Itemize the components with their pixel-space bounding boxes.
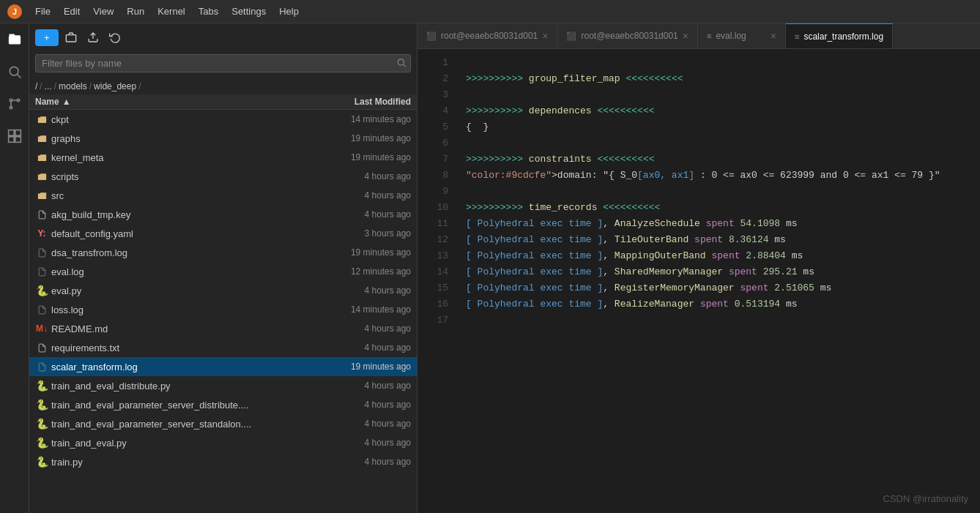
list-item[interactable]: scripts 4 hours ago [29,167,417,186]
editor-tab[interactable]: ≡ scalar_transform.log [786,23,893,48]
list-item[interactable]: M↓ README.md 4 hours ago [29,319,417,338]
list-item[interactable]: 🐍 train_and_eval_parameter_server_standa… [29,414,417,433]
app-logo: J [6,3,23,20]
line-number: 9 [423,184,448,200]
list-item[interactable]: 🐍 eval.py 4 hours ago [29,281,417,300]
menu-kernel[interactable]: Kernel [152,3,191,20]
list-item[interactable]: 🐍 train_and_eval_parameter_server_distri… [29,395,417,414]
file-type-icon [35,189,48,202]
menu-help[interactable]: Help [273,3,305,20]
file-name: loss.log [51,304,308,315]
code-line: "color:#9cdcfe">domain: "{ S_0[ax0, ax1]… [466,168,968,184]
file-type-icon: 🐍 [35,417,48,430]
breadcrumb-sep-3: / [89,81,92,91]
search-input[interactable] [35,54,411,72]
search-bar [29,51,417,78]
breadcrumb-sep-2: / [54,81,56,91]
log-icon: ≡ [795,32,799,41]
col-modified-header[interactable]: Last Modified [308,97,411,107]
list-item[interactable]: scalar_transform.log 19 minutes ago [29,357,417,376]
menu-tabs[interactable]: Tabs [193,3,224,20]
list-item[interactable]: kernel_meta 19 minutes ago [29,148,417,167]
file-modified: 4 hours ago [308,209,411,220]
activity-extensions[interactable] [4,126,25,146]
file-name: train.py [51,457,308,468]
line-numbers: 1234567891011121314151617 [417,55,454,507]
list-item[interactable]: ckpt 14 minutes ago [29,110,417,129]
file-name: graphs [51,133,308,144]
activity-search[interactable] [4,61,25,82]
breadcrumb-root[interactable]: / [35,81,37,91]
activity-git[interactable] [4,94,25,114]
file-modified: 4 hours ago [308,438,411,448]
file-modified: 19 minutes ago [308,247,411,258]
tab-close-button[interactable]: × [771,31,776,41]
file-modified: 4 hours ago [308,342,411,353]
refresh-button[interactable] [105,28,125,47]
list-item[interactable]: akg_build_tmp.key 4 hours ago [29,205,417,224]
file-name: requirements.txt [51,342,308,353]
list-item[interactable]: dsa_transfrom.log 19 minutes ago [29,243,417,262]
editor-content[interactable]: 1234567891011121314151617 >>>>>>>>>> gro… [417,49,980,513]
activity-bar [0,23,29,513]
menu-view[interactable]: View [87,3,119,20]
list-item[interactable]: graphs 19 minutes ago [29,129,417,148]
code-line: [ Polyhedral exec time ], RegisterMemory… [466,280,968,296]
list-item[interactable]: eval.log 12 minutes ago [29,262,417,281]
file-type-icon [35,170,48,183]
code-line: [ Polyhedral exec time ], SharedMemoryMa… [466,264,968,280]
code-line [466,184,968,200]
line-number: 5 [423,119,448,135]
list-item[interactable]: 🐍 train_and_eval.py 4 hours ago [29,433,417,452]
svg-point-5 [10,106,12,108]
editor-tab[interactable]: ≡ eval.log × [698,23,786,48]
file-modified: 4 hours ago [308,285,411,296]
svg-text:J: J [12,7,17,16]
upload-file-button[interactable] [83,28,103,47]
col-name-header[interactable]: Name ▲ [35,97,308,107]
code-content: >>>>>>>>>> group_filter_map <<<<<<<<<< >… [454,55,980,507]
menu-file[interactable]: File [29,3,56,20]
list-item[interactable]: loss.log 14 minutes ago [29,300,417,319]
breadcrumb-wide-deep[interactable]: wide_deep [94,81,136,91]
menu-edit[interactable]: Edit [58,3,86,20]
line-number: 3 [423,87,448,103]
file-name: kernel_meta [51,152,308,163]
menu-run[interactable]: Run [121,3,150,20]
file-name: train_and_eval_parameter_server_distribu… [51,400,308,411]
watermark: CSDN @irrationality [883,493,969,504]
terminal-icon: ⬛ [566,31,576,41]
list-item[interactable]: 🐍 train_and_eval_distribute.py 4 hours a… [29,376,417,395]
menu-settings[interactable]: Settings [226,3,272,20]
tab-close-button[interactable]: × [683,31,688,41]
code-line [466,312,968,329]
editor-tab[interactable]: ⬛ root@eeaebc80031d001 × [557,23,697,48]
file-type-icon: 🐍 [35,436,48,449]
code-line [466,55,968,71]
editor-tab[interactable]: ⬛ root@eeaebc80031d001 × [417,23,557,48]
breadcrumb-ellipsis[interactable]: ... [45,81,52,91]
breadcrumb: / / ... / models / wide_deep / [29,78,417,94]
code-line: [ Polyhedral exec time ], MappingOuterBa… [466,248,968,264]
main-layout: + + / / ... [0,23,980,513]
list-item[interactable]: 🐍 train.py 4 hours ago [29,452,417,471]
line-number: 10 [423,200,448,216]
svg-rect-11 [15,137,21,143]
breadcrumb-models[interactable]: models [59,81,87,91]
tab-bar: ⬛ root@eeaebc80031d001 × ⬛ root@eeaebc80… [417,23,980,49]
line-number: 6 [423,135,448,151]
list-item[interactable]: requirements.txt 4 hours ago [29,338,417,357]
list-item[interactable]: Y: default_config.yaml 3 hours ago [29,224,417,243]
menubar: J File Edit View Run Kernel Tabs Setting… [0,0,980,23]
upload-folder-button[interactable] [62,28,81,47]
activity-files[interactable] [4,29,25,50]
tab-close-button[interactable]: × [542,31,548,41]
new-button[interactable]: + + [35,29,59,46]
svg-point-7 [10,99,12,101]
code-line: >>>>>>>>>> time_records <<<<<<<<<< [466,200,968,216]
file-type-icon: Y: [35,227,48,240]
file-modified: 4 hours ago [308,381,411,391]
file-modified: 4 hours ago [308,419,411,429]
list-item[interactable]: src 4 hours ago [29,186,417,205]
file-modified: 12 minutes ago [308,266,411,277]
